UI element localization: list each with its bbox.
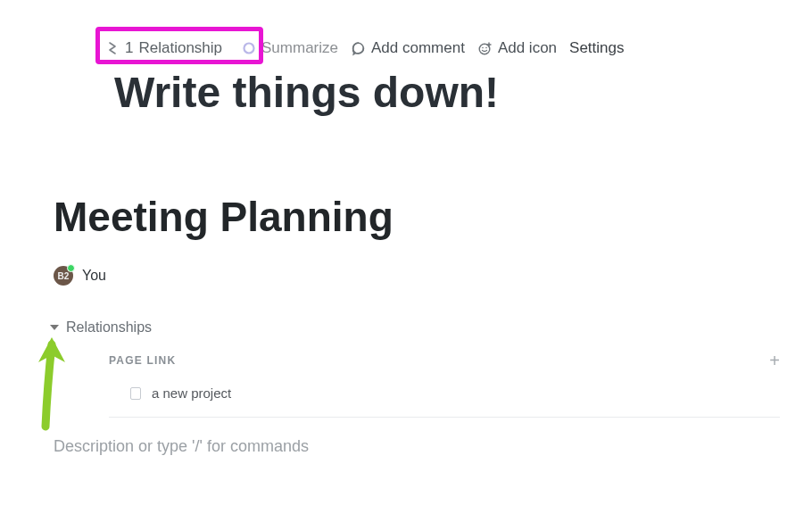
- page-toolbar: 1 Relationship Summarize Add comment Add…: [0, 0, 812, 61]
- svg-point-3: [485, 46, 487, 48]
- relationship-chip[interactable]: 1 Relationship: [98, 36, 229, 61]
- banner-title: Write things down!: [0, 61, 812, 117]
- comment-icon: [351, 41, 366, 56]
- author-row: B2 You: [0, 241, 812, 286]
- page-link-label: PAGE LINK: [109, 354, 176, 367]
- svg-point-2: [482, 46, 484, 48]
- add-comment-label: Add comment: [371, 39, 465, 57]
- page-link-item-title: a new project: [152, 385, 231, 401]
- description-input[interactable]: [0, 418, 625, 456]
- relationship-icon: [105, 41, 120, 55]
- svg-point-0: [244, 44, 254, 54]
- relationships-section-label: Relationships: [66, 319, 152, 336]
- relationship-count: 1: [125, 39, 133, 57]
- summarize-button[interactable]: Summarize: [242, 39, 338, 57]
- add-icon-label: Add icon: [498, 39, 557, 57]
- author-name: You: [82, 268, 106, 284]
- chevron-down-icon: [50, 325, 59, 330]
- settings-button[interactable]: Settings: [569, 39, 624, 57]
- summarize-icon: [242, 41, 256, 55]
- svg-point-1: [479, 44, 490, 54]
- add-icon-icon: [477, 41, 493, 56]
- page-link-header: PAGE LINK +: [0, 336, 812, 369]
- page-title: Meeting Planning: [0, 117, 812, 241]
- document-icon: [130, 387, 141, 400]
- page-link-item[interactable]: a new project: [0, 369, 812, 401]
- add-page-link-button[interactable]: +: [769, 352, 780, 369]
- settings-label: Settings: [569, 39, 624, 57]
- add-icon-button[interactable]: Add icon: [477, 39, 557, 57]
- add-comment-button[interactable]: Add comment: [351, 39, 465, 57]
- avatar[interactable]: B2: [54, 266, 73, 286]
- relationship-label: Relationship: [138, 39, 222, 57]
- relationships-section-toggle[interactable]: Relationships: [0, 286, 812, 336]
- summarize-label: Summarize: [261, 39, 338, 57]
